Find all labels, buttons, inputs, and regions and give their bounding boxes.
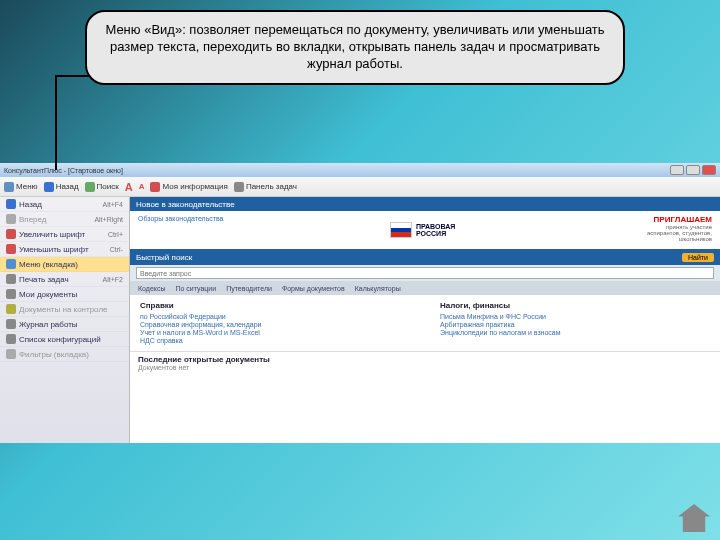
col-link[interactable]: Справочная информация, календари	[140, 321, 410, 328]
banner-row: Обзоры законодательства ПРАВОВАЯ РОССИЯ …	[130, 211, 720, 249]
menu-item-label: Мои документы	[19, 290, 77, 299]
panel-icon	[234, 182, 244, 192]
menu-item-shortcut: Alt+Right	[94, 216, 123, 223]
find-button[interactable]: Найти	[682, 253, 714, 262]
col-link[interactable]: по Российской Федерации	[140, 313, 410, 320]
menu-icon	[4, 182, 14, 192]
min-button[interactable]	[670, 165, 684, 175]
tab-calc[interactable]: Калькуляторы	[355, 285, 401, 292]
menu-item-label: Документы на контроле	[19, 305, 108, 314]
content-columns: Справки по Российской Федерации Справочн…	[130, 295, 720, 351]
menu-item-label: Увеличить шрифт	[19, 230, 85, 239]
tab-codes[interactable]: Кодексы	[138, 285, 165, 292]
app-window: КонсультантПлюс - [Стартовое окно] Меню …	[0, 163, 720, 443]
menu-item-icon	[6, 214, 16, 224]
search-title: Быстрый поиск	[136, 253, 192, 262]
menu-item-shortcut: Alt+F2	[103, 276, 123, 283]
menu-item-label: Журнал работы	[19, 320, 78, 329]
content-header: Новое в законодательстве	[130, 197, 720, 211]
menu-item[interactable]: Меню (вкладка)	[0, 257, 129, 272]
menu-item[interactable]: Журнал работы	[0, 317, 129, 332]
menu-item-shortcut: Ctrl-	[110, 246, 123, 253]
col-link[interactable]: Письма Минфина и ФНС России	[440, 313, 710, 320]
promo-block: ПРИГЛАШАЕМ принять участие аспирантов, с…	[647, 215, 712, 245]
menu-item-shortcut: Ctrl+	[108, 231, 123, 238]
menu-item-icon	[6, 334, 16, 344]
home-button[interactable]	[678, 504, 710, 532]
titlebar-text: КонсультантПлюс - [Стартовое окно]	[4, 167, 123, 174]
menu-item-label: Печать задач	[19, 275, 69, 284]
col-title: Справки	[140, 301, 410, 310]
heart-icon	[150, 182, 160, 192]
menu-item: ВпередAlt+Right	[0, 212, 129, 227]
menu-item-label: Меню (вкладка)	[19, 260, 78, 269]
search-row	[130, 265, 720, 281]
menu-item-icon	[6, 319, 16, 329]
main-area: НазадAlt+F4ВпередAlt+RightУвеличить шриф…	[0, 197, 720, 443]
menu-item-icon	[6, 304, 16, 314]
callout-box: Меню «Вид»: позволяет перемещаться по до…	[85, 10, 625, 85]
menu-item[interactable]: НазадAlt+F4	[0, 197, 129, 212]
toolbar-item-back[interactable]: Назад	[44, 182, 79, 192]
menu-item-label: Вперед	[19, 215, 47, 224]
titlebar: КонсультантПлюс - [Стартовое окно]	[0, 163, 720, 177]
search-input[interactable]	[136, 267, 714, 279]
menu-item-label: Фильтры (вкладка)	[19, 350, 89, 359]
content-pane: Новое в законодательстве Обзоры законода…	[130, 197, 720, 443]
menu-item-icon	[6, 274, 16, 284]
back-icon	[44, 182, 54, 192]
window-buttons	[670, 165, 716, 175]
tab-forms[interactable]: Формы документов	[282, 285, 345, 292]
menu-item-label: Уменьшить шрифт	[19, 245, 89, 254]
toolbar-font-inc[interactable]: A	[125, 181, 133, 193]
recent-none: Документов нет	[138, 364, 712, 371]
callout-pointer-v	[55, 75, 57, 170]
column-right: Налоги, финансы Письма Минфина и ФНС Рос…	[440, 301, 710, 345]
menu-item-shortcut: Alt+F4	[103, 201, 123, 208]
logo-russia: ПРАВОВАЯ РОССИЯ	[390, 215, 480, 245]
menu-item-icon	[6, 199, 16, 209]
menu-item[interactable]: Увеличить шрифтCtrl+	[0, 227, 129, 242]
menu-item[interactable]: Мои документы	[0, 287, 129, 302]
col-title: Налоги, финансы	[440, 301, 710, 310]
column-left: Справки по Российской Федерации Справочн…	[140, 301, 410, 345]
view-menu: НазадAlt+F4ВпередAlt+RightУвеличить шриф…	[0, 197, 130, 443]
toolbar-item-tasks[interactable]: Панель задач	[234, 182, 297, 192]
search-bar: Быстрый поиск Найти	[130, 249, 720, 265]
search-tabs: Кодексы По ситуации Путеводители Формы д…	[130, 281, 720, 295]
tab-guides[interactable]: Путеводители	[226, 285, 272, 292]
toolbar-item-search[interactable]: Поиск	[85, 182, 119, 192]
promo-line: школьников	[647, 236, 712, 242]
menu-item[interactable]: Уменьшить шрифтCtrl-	[0, 242, 129, 257]
toolbar-font-dec[interactable]: A	[139, 182, 145, 191]
col-link[interactable]: Арбитражная практика	[440, 321, 710, 328]
toolbar: Меню Назад Поиск A A Моя информация Пане…	[0, 177, 720, 197]
menu-item-icon	[6, 349, 16, 359]
search-icon	[85, 182, 95, 192]
close-button[interactable]	[702, 165, 716, 175]
callout-text: Меню «Вид»: позволяет перемещаться по до…	[105, 22, 604, 71]
toolbar-item-menu[interactable]: Меню	[4, 182, 38, 192]
max-button[interactable]	[686, 165, 700, 175]
col-link[interactable]: НДС справка	[140, 337, 410, 344]
callout-pointer-h	[55, 75, 90, 77]
flag-icon	[390, 222, 412, 238]
promo-title: ПРИГЛАШАЕМ	[647, 215, 712, 224]
menu-item: Фильтры (вкладка)	[0, 347, 129, 362]
col-link[interactable]: Энциклопедии по налогам и взносам	[440, 329, 710, 336]
menu-item[interactable]: Печать задачAlt+F2	[0, 272, 129, 287]
menu-item-label: Список конфигураций	[19, 335, 101, 344]
menu-item-icon	[6, 289, 16, 299]
header-sub[interactable]: Обзоры законодательства	[138, 215, 224, 245]
menu-item[interactable]: Список конфигураций	[0, 332, 129, 347]
menu-item: Документы на контроле	[0, 302, 129, 317]
col-link[interactable]: Учет и налоги в MS-Word и MS-Excel	[140, 329, 410, 336]
recent-title: Последние открытые документы	[138, 355, 712, 364]
menu-item-icon	[6, 259, 16, 269]
recent-docs: Последние открытые документы Документов …	[130, 351, 720, 374]
menu-item-icon	[6, 244, 16, 254]
menu-item-label: Назад	[19, 200, 42, 209]
toolbar-item-info[interactable]: Моя информация	[150, 182, 227, 192]
menu-item-icon	[6, 229, 16, 239]
tab-situation[interactable]: По ситуации	[175, 285, 216, 292]
